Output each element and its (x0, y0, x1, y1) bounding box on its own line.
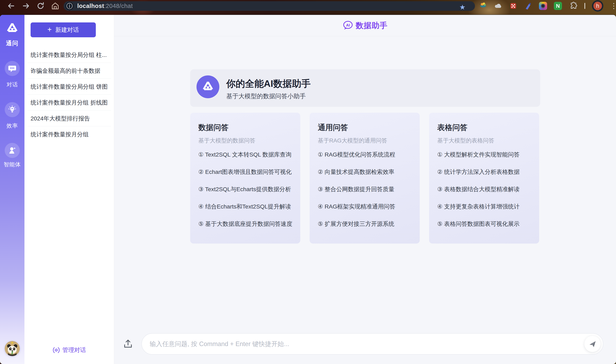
sidebar: 通问 对话 效率 智能体 (0, 15, 25, 364)
notion-extension-icon[interactable]: N (554, 2, 562, 10)
card-feature-item: ② 向量技术提高数据检索效率 (318, 163, 415, 181)
conversation-item[interactable]: 统计案件数量按月分组 折线图 (27, 95, 111, 110)
card-title: 通用问答 (318, 122, 348, 133)
back-icon[interactable] (7, 2, 15, 10)
conversation-item[interactable]: 2024年大模型排行报告 (27, 110, 111, 126)
card-feature-item: ④ RAG框架实现精准通用问答 (318, 198, 415, 215)
card-feature-item: ④ 支持更复杂表格计算增强统计 (437, 198, 534, 215)
card-subtitle: 基于大模型的数据问答 (198, 137, 255, 144)
app-logo-icon[interactable] (5, 22, 19, 35)
card-feature-item: ② Echart图表增强且数据问答可视化 (198, 163, 295, 181)
card-feature-item: ① Text2SQL 文本转SQL 数据库查询 (198, 146, 295, 163)
url-text: localhost:2048/chat (77, 3, 133, 9)
user-avatar[interactable] (5, 341, 20, 356)
camera-lens (541, 4, 545, 8)
welcome-title: 你的全能AI数据助手 (226, 78, 311, 90)
toolbar-separator (584, 3, 585, 9)
camera-extension-icon[interactable] (539, 2, 547, 10)
page-title: 数据助手 (356, 20, 388, 31)
feature-card-general-qa: 通用问答 基于RAG大模型的通用问答 ① RAG模型优化问答系统流程② 向量技术… (310, 113, 420, 244)
card-feature-item: ① 大模型解析文件实现智能问答 (437, 146, 534, 163)
ai-bubble-icon: AI (343, 21, 353, 30)
sidebar-item-efficiency[interactable] (0, 102, 25, 117)
conversation-list: 统计案件数量按分局分组 柱...诈骗金额最高的前十条数据统计案件数量按分局分组 … (25, 47, 114, 142)
address-bar[interactable]: ⓘ localhost:2048/chat ★ (64, 1, 475, 11)
send-button[interactable] (584, 336, 601, 352)
site-info-icon[interactable]: ⓘ (66, 2, 74, 10)
refresh-icon[interactable] (36, 2, 45, 10)
upload-icon (123, 338, 133, 349)
desktop: { "browser": { "url_host": "localhost", … (0, 0, 616, 364)
new-chat-button[interactable]: + 新建对话 (31, 22, 96, 37)
home-icon[interactable] (51, 2, 60, 10)
app-name: 通问 (0, 39, 25, 48)
card-feature-item: ⑤ 表格问答数据图表可视化展示 (437, 215, 534, 233)
paper-plane-icon (589, 340, 597, 348)
sidebar-item-agent[interactable] (0, 143, 25, 158)
ai-badge-text: AI (346, 23, 350, 27)
pen-extension-icon[interactable] (524, 2, 532, 10)
browser-nav (7, 0, 60, 12)
card-feature-list: ① RAG模型优化问答系统流程② 向量技术提高数据检索效率③ 整合公网数据提升回… (318, 146, 415, 233)
lightbulb-icon (5, 102, 20, 117)
chat-bubble-icon (5, 61, 20, 76)
card-subtitle: 基于大模型的表格问答 (437, 137, 494, 144)
card-feature-list: ① 大模型解析文件实现智能问答② 统计学方法深入分析表格数据③ 表格数据结合大模… (437, 146, 534, 233)
conversation-item[interactable]: 统计案件数量按月分组 (27, 126, 111, 142)
card-title: 数据问答 (198, 122, 228, 133)
feature-card-table-qa: 表格问答 基于大模型的表格问答 ① 大模型解析文件实现智能问答② 统计学方法深入… (429, 113, 539, 244)
card-feature-item: ② 统计学方法深入分析表格数据 (437, 163, 534, 181)
main-content: AI 数据助手 你的全能AI数据助手 基于大模型的数据问答小助手 数据问答 基于… (114, 15, 616, 364)
fruit-bowl-extension-icon[interactable] (479, 2, 487, 10)
card-title: 表格问答 (437, 122, 467, 133)
browser-menu-icon[interactable]: ⋮ (610, 0, 616, 12)
new-chat-label: 新建对话 (55, 26, 79, 34)
card-feature-item: ① RAG模型优化问答系统流程 (318, 146, 415, 163)
card-feature-item: ⑤ 基于大数据底座提升数据问答速度 (198, 215, 295, 233)
url-host: localhost (77, 3, 104, 9)
upload-button[interactable] (123, 338, 133, 349)
card-feature-item: ③ 整合公网数据提升回答质量 (318, 181, 415, 198)
message-input[interactable] (150, 334, 567, 354)
conversation-panel: + 新建对话 统计案件数量按分局分组 柱...诈骗金额最高的前十条数据统计案件数… (25, 15, 114, 364)
welcome-subtitle: 基于大模型的数据问答小助手 (226, 92, 306, 101)
manage-sliders-icon (52, 347, 60, 354)
sidebar-item-agent-label[interactable]: 智能体 (0, 161, 25, 168)
browser-extensions: N h ⋮ (479, 0, 616, 12)
agent-person-icon (5, 143, 20, 158)
card-feature-list: ① Text2SQL 文本转SQL 数据库查询② Echart图表增强且数据问答… (198, 146, 295, 233)
card-feature-item: ③ 表格数据结合大模型精准解读 (437, 181, 534, 198)
card-subtitle: 基于RAG大模型的通用问答 (318, 137, 387, 144)
plus-icon: + (47, 26, 52, 33)
conversation-item[interactable]: 统计案件数量按分局分组 饼图 (27, 79, 111, 95)
sidebar-item-chat-label[interactable]: 对话 (0, 81, 25, 88)
manage-chats-button[interactable]: 管理对话 (25, 346, 114, 354)
forward-icon[interactable] (22, 2, 30, 10)
message-input-bar (142, 333, 603, 355)
welcome-card: 你的全能AI数据助手 基于大模型的数据问答小助手 (190, 69, 540, 107)
conversation-item[interactable]: 统计案件数量按分局分组 柱... (27, 47, 111, 63)
assistant-logo-icon (197, 75, 219, 98)
dice-extension-icon[interactable] (509, 2, 517, 10)
manage-chats-label: 管理对话 (62, 346, 86, 354)
sidebar-item-chat[interactable] (0, 61, 25, 76)
sidebar-item-efficiency-label[interactable]: 效率 (0, 122, 25, 130)
extensions-puzzle-icon[interactable] (569, 1, 578, 10)
card-feature-item: ④ 结合Echarts和Text2SQL提升解读 (198, 198, 295, 215)
app-window: 通问 对话 效率 智能体 + 新建对话 (0, 15, 616, 364)
card-feature-item: ③ Text2SQL与Echarts提供数据分析 (198, 181, 295, 198)
cloud-extension-icon[interactable] (494, 2, 502, 10)
page-header: AI 数据助手 (114, 15, 616, 36)
conversation-item[interactable]: 诈骗金额最高的前十条数据 (27, 63, 111, 79)
browser-profile-avatar[interactable]: h (592, 0, 603, 12)
profile-letter: h (593, 2, 602, 10)
bookmark-star-icon[interactable]: ★ (459, 3, 466, 11)
feature-card-data-qa: 数据问答 基于大模型的数据问答 ① Text2SQL 文本转SQL 数据库查询②… (190, 113, 300, 244)
url-path: :2048/chat (104, 3, 133, 9)
card-feature-item: ⑤ 扩展方便对接三方开源系统 (318, 215, 415, 233)
